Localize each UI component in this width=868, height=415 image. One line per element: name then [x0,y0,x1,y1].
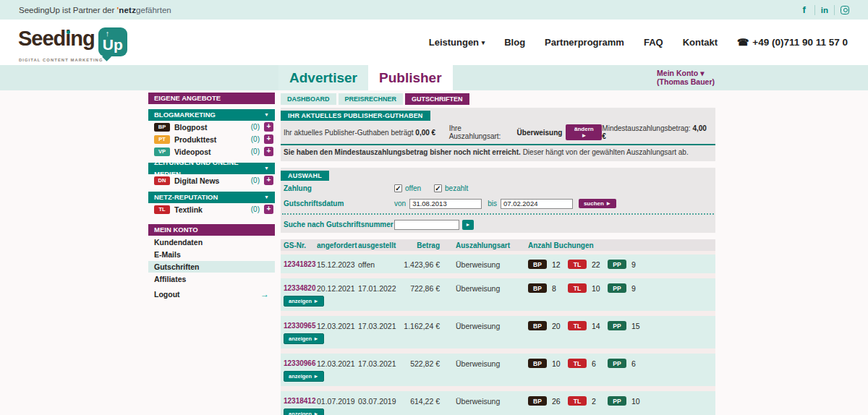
badge-tl: TL [568,283,587,293]
chevron-down-icon: ▼ [264,109,269,121]
nav-faq[interactable]: FAQ [644,37,663,48]
gs-number-link[interactable]: 12341823 [284,260,317,268]
add-videopost-button[interactable]: + [264,147,273,156]
tab-dashboard[interactable]: DASHBOARD [281,93,336,105]
add-textlink-button[interactable]: + [264,205,273,214]
partner-prefix: SeedingUp ist Partner der [19,6,117,14]
site-header: Seeding DIGITAL CONTENT MARKETING ↑ Up L… [0,20,868,65]
anzeigen-button[interactable]: anzeigen ► [284,296,324,307]
tab-gutschriften[interactable]: GUTSCHRIFTEN [405,93,469,105]
table-row-line: 1233482020.12.202117.01.2022722,86 €Über… [281,283,715,293]
booking-group: PP10 [608,396,647,406]
col-ausgestellt: ausgestellt [358,241,396,249]
main-content: DASHBOARD PREISRECHNER GUTSCHRIFTEN IHR … [281,93,715,415]
search-button[interactable]: suchen ► [579,199,616,208]
amount: 1.162,24 € [396,322,440,330]
sidebar-group-zeitungen[interactable]: ZEITUNGEN UND ONLINE MEDIEN ▼ [148,163,275,174]
nav-blog[interactable]: Blog [504,37,525,48]
col-betrag: Betrag [396,241,440,249]
booking-group: PP6 [608,359,647,368]
checkbox-bezahlt[interactable]: ✓ [434,184,442,192]
phone-number[interactable]: ☎ +49 (0)711 90 11 57 0 [737,37,848,48]
chevron-down-icon: ▾ [482,39,485,46]
booking-group: BP12 [528,260,568,269]
gutschriftsnummer-row: Suche nach Gutschriftsnummer ► [281,216,715,233]
facebook-icon[interactable]: f [800,4,809,15]
booking-group: BP10 [528,359,568,368]
gutschriften-table: GS-Nr. angefordert ausgestellt Betrag Au… [281,239,715,415]
divider [814,5,815,15]
nav-kontakt[interactable]: Kontakt [683,37,718,48]
table-row: 1233482020.12.202117.01.2022722,86 €Über… [281,278,715,311]
anzeigen-button[interactable]: anzeigen ► [284,333,324,344]
change-payout-button[interactable]: ändern ► [566,124,602,140]
gs-number-link[interactable]: 12334820 [284,284,317,292]
gutschriftsnummer-go-button[interactable]: ► [462,220,474,230]
gs-number-link[interactable]: 12330966 [284,359,317,367]
gs-number-link[interactable]: 12318412 [284,397,317,405]
booking-count: 10 [592,284,600,293]
anzeigen-button[interactable]: anzeigen ► [284,371,324,382]
sidebar-group-netz-reputation[interactable]: NETZ-REPUTATION ▼ [148,192,275,203]
checkbox-label-bezahlt: bezahlt [445,184,468,192]
issued-date: 17.03.2021 [358,322,396,330]
sidebar-item-videopost[interactable]: VP Videopost (0) + [148,145,275,158]
nav-partnerprogramm[interactable]: Partnerprogramm [545,37,624,48]
tab-advertiser[interactable]: Advertiser [278,65,368,90]
netzgefaehrten-rest: gefährten [136,6,171,14]
min-payout-text: Mindestauszahlungsbetrag: 4,00 € [602,124,711,140]
table-row-line: 1231841201.07.201903.07.2019614,22 €Über… [281,396,715,406]
date-from-input[interactable] [409,199,482,209]
linkedin-icon[interactable]: in [821,6,828,14]
nav-leistungen[interactable]: Leistungen ▾ [429,37,485,48]
booking-group: TL14 [568,321,608,330]
col-auszahlungsart: Auszahlungsart [456,241,528,249]
gutschriftsnummer-input[interactable] [394,220,459,230]
date-to-input[interactable] [501,199,573,209]
amount: 614,22 € [396,397,440,406]
partner-text: SeedingUp ist Partner der 'netzgefährten [19,6,171,14]
payout-type: Überweisung [456,322,528,330]
add-produkttest-button[interactable]: + [264,134,273,144]
item-count: (0) [251,147,260,155]
requested-date: 01.07.2019 [317,397,358,406]
booking-group: PP9 [608,283,647,293]
bis-label: bis [488,200,497,208]
bookings-list: BP12TL22PP9 [528,260,715,269]
add-digital-news-button[interactable]: + [264,176,273,185]
menu-item-emails[interactable]: E-Mails [148,249,275,260]
tab-publisher[interactable]: Publisher [368,65,453,90]
sidebar-item-digital-news[interactable]: DN Digital News (0) + [148,174,275,187]
sidebar-group-blogmarketing[interactable]: BLOGMARKETING ▼ [148,109,275,121]
logo-up-text: Up [103,36,123,54]
item-count: (0) [251,123,260,131]
sidebar-item-produkttest[interactable]: PT Produkttest (0) + [148,133,275,145]
logout-icon: → [260,289,269,299]
table-row: 1233096612.03.202117.03.2021522,82 €Über… [281,354,715,386]
bookings-list: BP26TL2PP10 [528,396,715,406]
checkbox-offen[interactable]: ✓ [394,184,402,192]
logo-i-dot [67,30,70,34]
menu-item-gutschriften[interactable]: Gutschriften [148,261,275,273]
menu-item-kundendaten[interactable]: Kundendaten [148,236,275,248]
sidebar-item-textlink[interactable]: TL Textlink (0) + [148,203,275,215]
payout-value: Überweisung [517,129,563,137]
booking-group: TL2 [568,396,608,406]
sidebar-item-blogpost[interactable]: BP Blogpost (0) + [148,121,275,133]
account-menu[interactable]: Mein Konto ▾ (Thomas Bauer) [657,69,715,86]
seedingup-logo[interactable]: Seeding DIGITAL CONTENT MARKETING ↑ Up [18,27,127,56]
digital-news-badge: DN [154,176,170,185]
instagram-icon[interactable] [841,6,849,14]
col-angefordert: angefordert [317,241,358,249]
guthaben-section-title: IHR AKTUELLES PUBLISHER-GUTHABEN [281,111,430,121]
checkbox-label-offen: offen [405,184,421,192]
gs-number-link[interactable]: 12330965 [284,322,317,330]
add-blogpost-button[interactable]: + [264,122,273,132]
menu-item-logout[interactable]: Logout → [148,288,275,301]
menu-item-affiliates[interactable]: Affiliates [148,273,275,285]
tab-preisrechner[interactable]: PREISRECHNER [339,93,404,105]
account-label: Mein Konto ▾ [657,69,715,77]
role-tab-strip: Advertiser Publisher Mein Konto ▾ (Thoma… [0,65,868,90]
anzeigen-button[interactable]: anzeigen ► [284,408,324,415]
balance-value: 0,00 € [415,129,435,137]
